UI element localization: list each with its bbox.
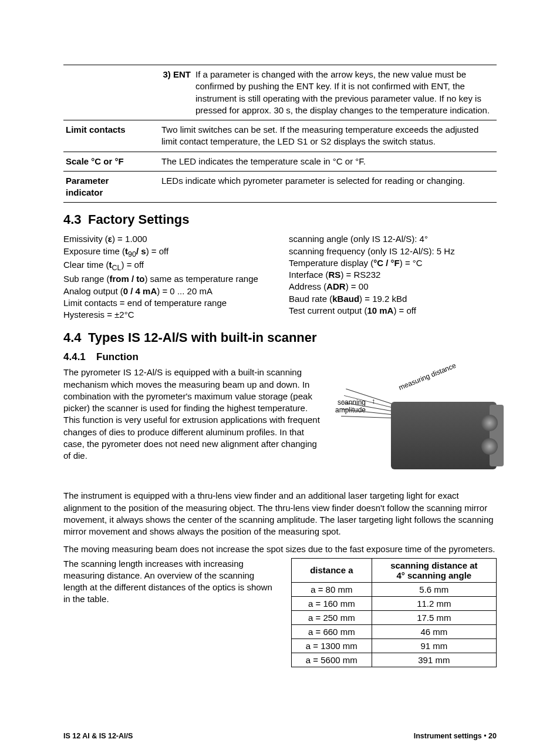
setting-line: Hysteresis = ±2°C xyxy=(63,309,271,321)
section-title: Factory Settings xyxy=(88,212,189,227)
section-heading-4-3: 4.3Factory Settings xyxy=(63,212,497,227)
table-cell: 391 mm xyxy=(372,653,496,667)
footer-right: Instrument settings • 20 xyxy=(414,732,497,740)
factory-settings-columns: Emissivity (ε) = 1.000 Exposure time (t9… xyxy=(63,233,497,321)
subsection-heading-4-4-1: 4.4.1Function xyxy=(63,351,497,363)
table-cell: a = 250 mm xyxy=(292,610,372,624)
function-row: The pyrometer IS 12-Al/S is equipped wit… xyxy=(63,367,497,484)
section-number: 4.3 xyxy=(63,212,88,227)
row-text: Two limit switches can be set. If the me… xyxy=(159,120,497,152)
table-cell: a = 80 mm xyxy=(292,582,372,596)
setting-line: Analog output (0 / 4 mA) = 0 ... 20 mA xyxy=(63,285,271,297)
section-number: 4.4 xyxy=(63,330,88,345)
table-row: a = 80 mm5.6 mm xyxy=(292,582,497,596)
table-cell: a = 5600 mm xyxy=(292,653,372,667)
setting-line: Test current output (10 mA) = off xyxy=(289,305,497,317)
label-line: Parameter xyxy=(66,176,109,186)
page-content: 3) ENT If a parameter is changed with th… xyxy=(0,0,560,691)
setting-line: scanning angle (only IS 12-Al/S): 4° xyxy=(289,233,497,245)
row-label: Scale °C or °F xyxy=(63,152,159,171)
table-row: a = 660 mm46 mm xyxy=(292,624,497,639)
sub-key: 3) ENT xyxy=(159,65,193,120)
table-cell: 46 mm xyxy=(372,624,496,639)
setting-line: Exposure time (t90/ s) = off xyxy=(63,246,271,260)
lower-row: The scanning length increases with incre… xyxy=(63,558,497,667)
device-front xyxy=(490,405,504,466)
paragraph: The scanning length increases with incre… xyxy=(63,558,279,606)
setting-line: Temperature display (°C / °F) = °C xyxy=(289,257,497,269)
measuring-distance-label: measuring distance xyxy=(397,361,457,392)
row-label: Parameter indicator xyxy=(63,171,159,203)
table-row: a = 5600 mm391 mm xyxy=(292,653,497,667)
lower-text: The scanning length increases with incre… xyxy=(63,558,279,611)
scanning-distance-table: distance a scanning distance at4° scanni… xyxy=(291,558,497,667)
row-text: If a parameter is changed with the arrow… xyxy=(193,65,497,120)
table-header: scanning distance at4° scanning angle xyxy=(372,558,496,582)
subsection-number: 4.4.1 xyxy=(63,351,96,363)
paragraph: The pyrometer IS 12-Al/S is equipped wit… xyxy=(63,367,325,462)
function-text: The pyrometer IS 12-Al/S is equipped wit… xyxy=(63,367,325,468)
setting-line: Limit contacts = end of temperature rang… xyxy=(63,297,271,309)
table-header: distance a xyxy=(292,558,372,582)
table-row: Scale °C or °F The LED indicates the tem… xyxy=(63,152,497,171)
table-row: a = 1300 mm91 mm xyxy=(292,639,497,653)
table-header-row: distance a scanning distance at4° scanni… xyxy=(292,558,497,582)
setting-line: Sub range (from / to) same as temperatur… xyxy=(63,273,271,285)
footer-left: IS 12 AI & IS 12-Al/S xyxy=(63,732,133,740)
row-text: LEDs indicate which pyrometer parameter … xyxy=(159,171,497,203)
table-cell: a = 660 mm xyxy=(292,624,372,639)
setting-line: scanning frequency (only IS 12-Al/S): 5 … xyxy=(289,246,497,257)
row-text: The LED indicates the temperature scale … xyxy=(159,152,497,171)
row-label: Limit contacts xyxy=(63,120,159,152)
table-cell: a = 160 mm xyxy=(292,596,372,610)
table-row: 3) ENT If a parameter is changed with th… xyxy=(63,65,497,120)
settings-right-column: scanning angle (only IS 12-Al/S): 4° sca… xyxy=(289,233,497,321)
subsection-title: Function xyxy=(96,351,139,362)
setting-line: Clear time (tCL) = off xyxy=(63,259,271,273)
table-cell: 5.6 mm xyxy=(372,582,496,596)
scanner-figure: measuring distance scanningamplitude ↕ xyxy=(335,367,497,484)
table-cell: 17.5 mm xyxy=(372,610,496,624)
page-footer: IS 12 AI & IS 12-Al/S Instrument setting… xyxy=(0,732,560,747)
settings-left-column: Emissivity (ε) = 1.000 Exposure time (t9… xyxy=(63,233,271,321)
table-row: a = 250 mm17.5 mm xyxy=(292,610,497,624)
setting-line: Interface (RS) = RS232 xyxy=(289,269,497,281)
setting-line: Address (ADR) = 00 xyxy=(289,281,497,293)
device-body xyxy=(391,402,497,469)
table-row: a = 160 mm11.2 mm xyxy=(292,596,497,610)
setting-line: Baud rate (kBaud) = 19.2 kBd xyxy=(289,293,497,305)
table-cell: 91 mm xyxy=(372,639,496,653)
section-title: Types IS 12-Al/S with built-in scanner xyxy=(88,330,317,345)
paragraph: The moving measuring beam does not incre… xyxy=(63,543,497,555)
table-cell: 11.2 mm xyxy=(372,596,496,610)
scanning-amplitude-label: scanningamplitude xyxy=(335,399,366,414)
definitions-table: 3) ENT If a parameter is changed with th… xyxy=(63,65,497,203)
device-illustration: measuring distance scanningamplitude ↕ xyxy=(335,367,497,484)
setting-line: Emissivity (ε) = 1.000 xyxy=(63,233,271,245)
table-row: Limit contacts Two limit switches can be… xyxy=(63,120,497,152)
table-row: Parameter indicator LEDs indicate which … xyxy=(63,171,497,203)
label-line: indicator xyxy=(66,187,103,197)
section-heading-4-4: 4.4Types IS 12-Al/S with built-in scanne… xyxy=(63,330,497,345)
table-cell: a = 1300 mm xyxy=(292,639,372,653)
row-label xyxy=(63,65,159,120)
paragraph: The instrument is equipped with a thru-l… xyxy=(63,490,497,537)
